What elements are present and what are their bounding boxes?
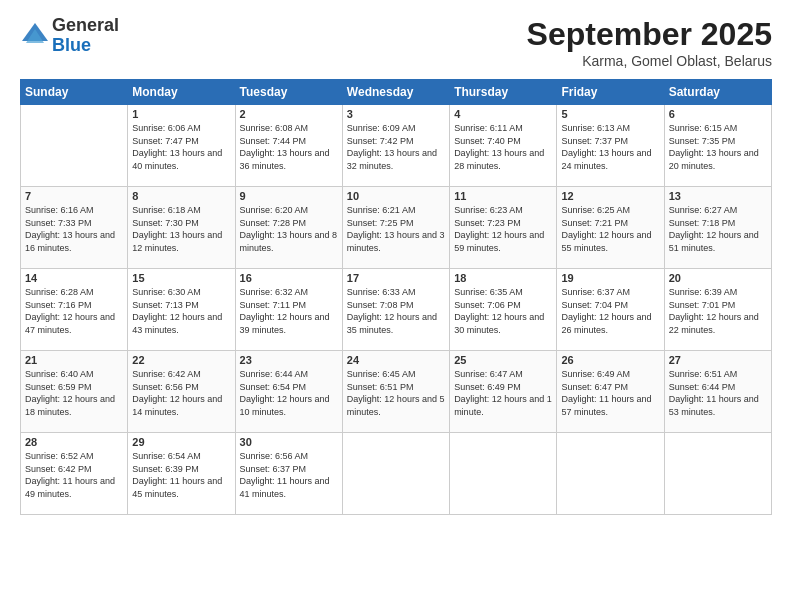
sunrise-text: Sunrise: 6:08 AM — [240, 122, 338, 135]
sunset-text: Sunset: 6:47 PM — [561, 381, 659, 394]
sunrise-text: Sunrise: 6:20 AM — [240, 204, 338, 217]
daylight-text: Daylight: 12 hours and 5 minutes. — [347, 393, 445, 418]
day-number: 26 — [561, 354, 659, 366]
table-row: 19 Sunrise: 6:37 AM Sunset: 7:04 PM Dayl… — [557, 269, 664, 351]
table-row: 16 Sunrise: 6:32 AM Sunset: 7:11 PM Dayl… — [235, 269, 342, 351]
day-number: 20 — [669, 272, 767, 284]
day-info: Sunrise: 6:52 AM Sunset: 6:42 PM Dayligh… — [25, 450, 123, 500]
day-number: 14 — [25, 272, 123, 284]
day-info: Sunrise: 6:33 AM Sunset: 7:08 PM Dayligh… — [347, 286, 445, 336]
daylight-text: Daylight: 13 hours and 40 minutes. — [132, 147, 230, 172]
day-number: 16 — [240, 272, 338, 284]
day-number: 13 — [669, 190, 767, 202]
sunrise-text: Sunrise: 6:37 AM — [561, 286, 659, 299]
sunset-text: Sunset: 6:44 PM — [669, 381, 767, 394]
sunset-text: Sunset: 6:37 PM — [240, 463, 338, 476]
day-number: 8 — [132, 190, 230, 202]
daylight-text: Daylight: 12 hours and 35 minutes. — [347, 311, 445, 336]
sunset-text: Sunset: 7:04 PM — [561, 299, 659, 312]
day-info: Sunrise: 6:21 AM Sunset: 7:25 PM Dayligh… — [347, 204, 445, 254]
day-number: 23 — [240, 354, 338, 366]
day-number: 27 — [669, 354, 767, 366]
sunrise-text: Sunrise: 6:13 AM — [561, 122, 659, 135]
day-number: 29 — [132, 436, 230, 448]
sunset-text: Sunset: 7:18 PM — [669, 217, 767, 230]
table-row: 26 Sunrise: 6:49 AM Sunset: 6:47 PM Dayl… — [557, 351, 664, 433]
sunset-text: Sunset: 7:42 PM — [347, 135, 445, 148]
sunset-text: Sunset: 7:35 PM — [669, 135, 767, 148]
day-number: 28 — [25, 436, 123, 448]
sunset-text: Sunset: 7:13 PM — [132, 299, 230, 312]
sunrise-text: Sunrise: 6:21 AM — [347, 204, 445, 217]
day-number: 11 — [454, 190, 552, 202]
day-number: 5 — [561, 108, 659, 120]
day-number: 21 — [25, 354, 123, 366]
sunrise-text: Sunrise: 6:45 AM — [347, 368, 445, 381]
table-row: 27 Sunrise: 6:51 AM Sunset: 6:44 PM Dayl… — [664, 351, 771, 433]
sunrise-text: Sunrise: 6:42 AM — [132, 368, 230, 381]
sunrise-text: Sunrise: 6:44 AM — [240, 368, 338, 381]
daylight-text: Daylight: 11 hours and 57 minutes. — [561, 393, 659, 418]
daylight-text: Daylight: 13 hours and 24 minutes. — [561, 147, 659, 172]
sunset-text: Sunset: 7:06 PM — [454, 299, 552, 312]
day-info: Sunrise: 6:56 AM Sunset: 6:37 PM Dayligh… — [240, 450, 338, 500]
sunset-text: Sunset: 7:37 PM — [561, 135, 659, 148]
sunrise-text: Sunrise: 6:06 AM — [132, 122, 230, 135]
col-friday: Friday — [557, 80, 664, 105]
table-row — [664, 433, 771, 515]
sunrise-text: Sunrise: 6:18 AM — [132, 204, 230, 217]
table-row: 8 Sunrise: 6:18 AM Sunset: 7:30 PM Dayli… — [128, 187, 235, 269]
daylight-text: Daylight: 13 hours and 12 minutes. — [132, 229, 230, 254]
day-number: 3 — [347, 108, 445, 120]
table-row: 22 Sunrise: 6:42 AM Sunset: 6:56 PM Dayl… — [128, 351, 235, 433]
logo-general: General — [52, 16, 119, 36]
table-row: 28 Sunrise: 6:52 AM Sunset: 6:42 PM Dayl… — [21, 433, 128, 515]
day-info: Sunrise: 6:15 AM Sunset: 7:35 PM Dayligh… — [669, 122, 767, 172]
daylight-text: Daylight: 13 hours and 8 minutes. — [240, 229, 338, 254]
sunrise-text: Sunrise: 6:56 AM — [240, 450, 338, 463]
daylight-text: Daylight: 13 hours and 32 minutes. — [347, 147, 445, 172]
table-row: 20 Sunrise: 6:39 AM Sunset: 7:01 PM Dayl… — [664, 269, 771, 351]
sunset-text: Sunset: 7:23 PM — [454, 217, 552, 230]
table-row — [21, 105, 128, 187]
day-number: 24 — [347, 354, 445, 366]
logo-icon — [20, 21, 50, 51]
table-row: 18 Sunrise: 6:35 AM Sunset: 7:06 PM Dayl… — [450, 269, 557, 351]
day-number: 25 — [454, 354, 552, 366]
sunrise-text: Sunrise: 6:39 AM — [669, 286, 767, 299]
sunrise-text: Sunrise: 6:16 AM — [25, 204, 123, 217]
daylight-text: Daylight: 12 hours and 22 minutes. — [669, 311, 767, 336]
sunrise-text: Sunrise: 6:25 AM — [561, 204, 659, 217]
daylight-text: Daylight: 13 hours and 20 minutes. — [669, 147, 767, 172]
table-row — [342, 433, 449, 515]
table-row: 21 Sunrise: 6:40 AM Sunset: 6:59 PM Dayl… — [21, 351, 128, 433]
daylight-text: Daylight: 12 hours and 14 minutes. — [132, 393, 230, 418]
header: General Blue September 2025 Karma, Gomel… — [20, 16, 772, 69]
col-sunday: Sunday — [21, 80, 128, 105]
sunrise-text: Sunrise: 6:51 AM — [669, 368, 767, 381]
sunset-text: Sunset: 6:51 PM — [347, 381, 445, 394]
day-number: 17 — [347, 272, 445, 284]
table-row: 13 Sunrise: 6:27 AM Sunset: 7:18 PM Dayl… — [664, 187, 771, 269]
calendar-header-row: Sunday Monday Tuesday Wednesday Thursday… — [21, 80, 772, 105]
table-row: 11 Sunrise: 6:23 AM Sunset: 7:23 PM Dayl… — [450, 187, 557, 269]
logo-blue: Blue — [52, 36, 119, 56]
sunset-text: Sunset: 7:44 PM — [240, 135, 338, 148]
col-thursday: Thursday — [450, 80, 557, 105]
calendar-week-row: 14 Sunrise: 6:28 AM Sunset: 7:16 PM Dayl… — [21, 269, 772, 351]
sunset-text: Sunset: 7:25 PM — [347, 217, 445, 230]
daylight-text: Daylight: 12 hours and 55 minutes. — [561, 229, 659, 254]
day-number: 12 — [561, 190, 659, 202]
table-row: 6 Sunrise: 6:15 AM Sunset: 7:35 PM Dayli… — [664, 105, 771, 187]
daylight-text: Daylight: 13 hours and 3 minutes. — [347, 229, 445, 254]
table-row: 15 Sunrise: 6:30 AM Sunset: 7:13 PM Dayl… — [128, 269, 235, 351]
day-number: 4 — [454, 108, 552, 120]
day-info: Sunrise: 6:39 AM Sunset: 7:01 PM Dayligh… — [669, 286, 767, 336]
day-number: 1 — [132, 108, 230, 120]
day-info: Sunrise: 6:18 AM Sunset: 7:30 PM Dayligh… — [132, 204, 230, 254]
day-info: Sunrise: 6:08 AM Sunset: 7:44 PM Dayligh… — [240, 122, 338, 172]
sunset-text: Sunset: 7:01 PM — [669, 299, 767, 312]
daylight-text: Daylight: 13 hours and 28 minutes. — [454, 147, 552, 172]
day-info: Sunrise: 6:35 AM Sunset: 7:06 PM Dayligh… — [454, 286, 552, 336]
day-number: 7 — [25, 190, 123, 202]
